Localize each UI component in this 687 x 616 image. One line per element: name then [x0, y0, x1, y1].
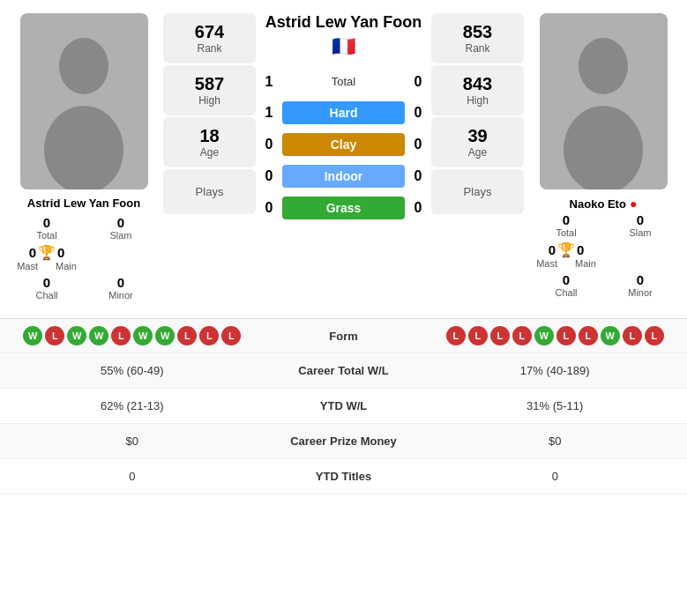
player1-total-cell: 0 Total [13, 215, 80, 241]
player2-main-value: 0 [577, 242, 584, 257]
player2-stats: 0 Total 0 Slam 0 🏆 0 Mast M [528, 212, 678, 298]
grass-score-right: 0 [409, 200, 427, 216]
player1-trophy-icon: 🏆 [38, 244, 56, 261]
player2-total-cell: 0 Total [533, 212, 600, 238]
form-badge-p2: L [623, 326, 642, 345]
indoor-score-left: 0 [260, 168, 278, 184]
total-score-left: 1 [260, 74, 278, 90]
stats-right-1: 31% (5-11) [432, 399, 679, 412]
player2-high-value: 843 [436, 74, 519, 94]
clay-row: 0 Clay 0 [260, 130, 427, 160]
clay-score-right: 0 [409, 137, 427, 152]
player2-total-label: Total [556, 227, 576, 238]
player2-mast-cell: 0 🏆 0 Mast Main [533, 241, 600, 269]
indoor-score-right: 0 [409, 168, 427, 184]
grass-row: 0 Grass 0 [260, 193, 427, 223]
player2-minor-label: Minor [628, 287, 653, 298]
form-badge-p2: L [645, 326, 664, 345]
player2-card: Naoko Eto ● 0 Total 0 Slam 0 🏆 0 [528, 13, 678, 298]
form-badge-p1: W [23, 326, 42, 345]
player1-age-box: 18 Age [163, 117, 256, 167]
form-badge-p1: W [67, 326, 86, 345]
player1-form-badges: WLWWLWWLLL [9, 326, 256, 345]
stats-left-2: $0 [9, 434, 256, 448]
player1-main-value: 0 [57, 245, 64, 260]
player1-rank-label: Rank [168, 42, 251, 55]
stats-left-1: 62% (21-13) [9, 399, 256, 412]
player2-mast-value: 0 [549, 242, 556, 257]
player2-age-value: 39 [436, 126, 519, 146]
form-label: Form [256, 330, 432, 343]
player2-name: Naoko Eto [570, 197, 626, 211]
stats-row: 0 YTD Titles 0 [0, 459, 687, 494]
form-badge-p1: L [199, 326, 219, 345]
form-badge-p2: L [512, 326, 532, 345]
stats-row: 55% (60-49) Career Total W/L 17% (40-189… [0, 353, 687, 389]
player1-middle-stats: 674 Rank 587 High 18 Age Plays [163, 13, 256, 214]
bottom-stats: 55% (60-49) Career Total W/L 17% (40-189… [0, 353, 687, 494]
player1-age-label: Age [168, 146, 251, 159]
form-badge-p1: L [221, 326, 241, 345]
stats-right-3: 0 [432, 470, 679, 483]
grass-score-left: 0 [260, 200, 278, 216]
player2-rank-value: 853 [436, 22, 519, 42]
player1-center-name: Astrid Lew Yan Foon [265, 13, 422, 32]
player1-high-box: 587 High [163, 65, 256, 115]
total-label: Total [282, 71, 405, 93]
player2-main-label: Main [575, 258, 596, 269]
player2-minor-value: 0 [637, 272, 644, 287]
player2-high-box: 843 High [431, 65, 524, 115]
player2-photo [540, 13, 668, 189]
player2-chall-value: 0 [563, 272, 570, 287]
stats-center-2: Career Prize Money [256, 434, 432, 448]
form-badge-p1: W [89, 326, 108, 345]
indoor-row: 0 Indoor 0 [260, 161, 427, 191]
player1-card: Astrid Lew Yan Foon 0 Total 0 Slam 0 🏆 0 [9, 13, 159, 301]
form-badge-p2: L [490, 326, 510, 345]
player2-minor-cell: 0 Minor [607, 272, 674, 298]
player1-photo [20, 13, 148, 189]
player2-chall-label: Chall [555, 287, 577, 298]
player2-slam-cell: 0 Slam [607, 212, 674, 238]
player1-minor-value: 0 [117, 275, 124, 290]
player1-stats: 0 Total 0 Slam 0 🏆 0 Mast M [9, 215, 159, 301]
grass-badge: Grass [282, 197, 405, 219]
form-badge-p1: W [133, 326, 153, 345]
hard-badge: Hard [282, 101, 405, 124]
player1-flag: 🇫🇷 [265, 35, 422, 58]
player2-middle-stats: 853 Rank 843 High 39 Age Plays [431, 13, 524, 214]
form-badge-p2: L [446, 326, 466, 345]
player1-mast-label: Mast [17, 261, 38, 271]
player1-minor-label: Minor [108, 290, 133, 301]
player1-slam-cell: 0 Slam [87, 215, 154, 241]
player1-rank-value: 674 [168, 22, 251, 42]
svg-point-4 [579, 38, 628, 94]
form-badge-p2: L [556, 326, 576, 345]
form-badge-p1: W [155, 326, 175, 345]
stats-center-3: YTD Titles [256, 470, 432, 483]
center-section: Astrid Lew Yan Foon 🇫🇷 1 Total 0 1 Hard … [256, 13, 431, 301]
total-score-right: 0 [409, 74, 427, 90]
player1-chall-label: Chall [35, 290, 57, 301]
stats-row: $0 Career Prize Money $0 [0, 424, 687, 459]
player2-rank-label: Rank [436, 42, 519, 55]
player2-age-label: Age [436, 146, 519, 159]
player1-name: Astrid Lew Yan Foon [27, 197, 140, 210]
form-row: WLWWLWWLLL Form LLLLWLLWLL [0, 319, 687, 353]
stats-left-3: 0 [9, 470, 256, 483]
player1-slam-value: 0 [117, 215, 124, 230]
hard-row: 1 Hard 0 [260, 98, 427, 128]
form-badge-p2: W [534, 326, 554, 345]
player2-flag: ● [630, 197, 637, 211]
player1-chall-cell: 0 Chall [13, 275, 80, 301]
player1-high-label: High [168, 94, 251, 107]
svg-point-1 [59, 38, 108, 94]
player2-rank-box: 853 Rank [431, 13, 524, 63]
hard-score-left: 1 [260, 105, 278, 121]
clay-badge: Clay [282, 133, 405, 156]
player1-age-value: 18 [168, 126, 251, 146]
indoor-badge: Indoor [282, 165, 405, 188]
player1-total-value: 0 [43, 215, 50, 230]
player1-plays-label: Plays [196, 185, 224, 198]
player2-total-value: 0 [563, 212, 570, 227]
